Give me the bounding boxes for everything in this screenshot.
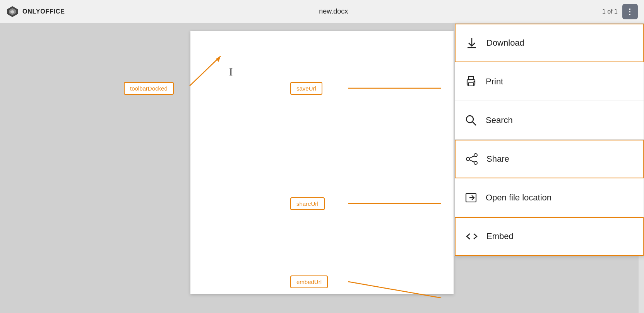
share-icon: [465, 152, 479, 166]
embed-label: Embed: [486, 231, 514, 241]
download-icon: [465, 36, 479, 50]
embed-icon: [465, 229, 479, 243]
menu-item-open-file-location[interactable]: Open file location: [455, 178, 644, 217]
print-label: Print: [486, 77, 503, 87]
svg-point-13: [474, 81, 475, 82]
svg-line-19: [469, 156, 474, 158]
menu-item-embed[interactable]: Embed: [455, 217, 644, 256]
menu-item-share[interactable]: Share: [455, 140, 644, 178]
svg-rect-11: [469, 77, 473, 80]
header-right: 1 of 1 ⋮: [602, 4, 638, 19]
svg-point-18: [474, 161, 477, 164]
main-content: I toolbarDocked saveUrl shareUrl embedUr…: [0, 23, 644, 313]
search-icon: [464, 113, 478, 127]
svg-point-16: [474, 154, 477, 157]
onlyoffice-logo-icon: [6, 5, 19, 18]
logo-text: ONLYOFFICE: [22, 8, 65, 15]
text-cursor: I: [229, 66, 233, 78]
dropdown-menu: Download Print Search: [454, 23, 644, 256]
search-label: Search: [486, 115, 513, 125]
save-url-annotation: saveUrl: [290, 82, 322, 95]
file-title: new.docx: [319, 7, 348, 15]
print-icon: [464, 75, 478, 89]
more-icon: ⋮: [626, 7, 634, 16]
more-menu-button[interactable]: ⋮: [622, 4, 638, 19]
menu-item-search[interactable]: Search: [455, 101, 644, 140]
page-count: 1 of 1: [602, 8, 618, 15]
svg-point-17: [466, 157, 469, 161]
embed-url-annotation: embedUrl: [290, 275, 328, 288]
share-label: Share: [486, 154, 509, 164]
menu-item-download[interactable]: Download: [455, 24, 644, 62]
open-file-location-icon: [464, 191, 478, 205]
toolbar-docked-annotation: toolbarDocked: [124, 82, 174, 95]
document-page: I: [190, 31, 454, 294]
menu-item-print[interactable]: Print: [455, 62, 644, 101]
open-file-location-label: Open file location: [486, 193, 552, 203]
svg-rect-12: [468, 83, 474, 86]
share-url-annotation: shareUrl: [290, 197, 325, 210]
download-label: Download: [486, 38, 524, 48]
header: ONLYOFFICE new.docx 1 of 1 ⋮: [0, 0, 644, 23]
svg-line-20: [469, 160, 474, 162]
svg-point-14: [466, 116, 473, 123]
svg-line-15: [473, 122, 476, 125]
logo-area: ONLYOFFICE: [6, 5, 65, 18]
